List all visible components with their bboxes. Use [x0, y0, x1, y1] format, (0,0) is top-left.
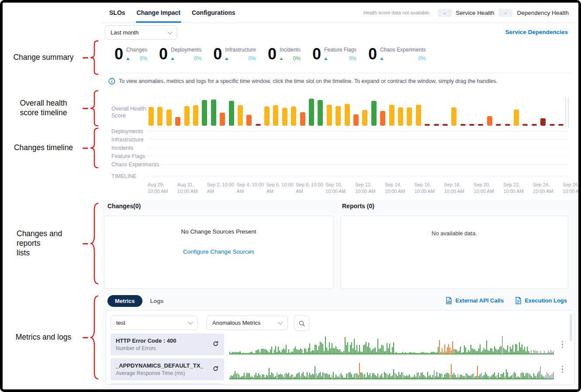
summary-item: 0Changes0% [114, 45, 147, 62]
health-bar[interactable] [540, 118, 546, 126]
health-bar[interactable] [309, 99, 314, 126]
spark-bar [288, 349, 289, 354]
health-bar[interactable] [229, 101, 234, 126]
metric-info-card[interactable]: HTTP Error Code : 400Number of Errors [111, 334, 224, 355]
summary-detail: Incidents0% [280, 45, 301, 62]
metric-info-card[interactable]: _APPDYNAMICS_DEFAULT_TX_Average Response… [111, 358, 224, 380]
metric-row: HTTP Error Code : 400Number of Errors [111, 334, 565, 355]
health-bar[interactable] [451, 107, 456, 126]
spark-bar [294, 348, 294, 354]
health-bar[interactable] [264, 107, 270, 126]
metrics-scrollbar[interactable] [570, 314, 572, 341]
summary-detail: Feature Flags0% [324, 45, 356, 62]
annotation-changes-reports: Changes and reports lists [5, 202, 100, 285]
spark-bar [299, 372, 300, 378]
spark-bar [393, 369, 394, 378]
spark-bar [510, 347, 511, 354]
health-bar[interactable] [487, 116, 492, 126]
search-button[interactable] [294, 316, 309, 331]
spark-bar [328, 351, 329, 354]
service-filter-select[interactable]: test [111, 316, 198, 330]
metric-type-select[interactable]: Anomalous Metrics [207, 316, 288, 330]
tab-logs[interactable]: Logs [150, 298, 164, 304]
health-bar[interactable] [149, 107, 154, 126]
spark-bar [497, 375, 498, 378]
health-bar[interactable] [166, 110, 172, 126]
execution-logs-link[interactable]: Execution Logs [515, 297, 567, 304]
health-bar[interactable] [558, 124, 564, 126]
health-bar[interactable] [300, 112, 305, 126]
kebab-menu-icon[interactable] [560, 364, 565, 375]
spark-bar [469, 351, 470, 354]
tab-change-impact[interactable]: Change Impact [137, 3, 180, 23]
health-bar[interactable] [273, 105, 278, 126]
health-bar[interactable] [460, 124, 466, 126]
health-bar[interactable] [407, 107, 412, 126]
health-bar[interactable] [184, 106, 190, 126]
health-bar[interactable] [443, 124, 448, 126]
health-bar[interactable] [434, 124, 439, 126]
health-bar[interactable] [282, 108, 287, 126]
timeline-drag-handle[interactable] [568, 97, 569, 127]
health-bar[interactable] [345, 104, 350, 126]
spark-bar [545, 353, 546, 354]
metrics-links: API External API Calls Execution Logs [446, 297, 567, 304]
health-score-bars[interactable] [149, 99, 564, 126]
health-bar[interactable] [256, 124, 261, 126]
health-bar[interactable] [522, 124, 528, 126]
health-bar[interactable] [202, 100, 207, 126]
spark-bar [410, 376, 411, 378]
timeline-drag-handle[interactable] [565, 97, 566, 127]
health-bar[interactable] [416, 105, 421, 126]
spark-bar [516, 344, 517, 354]
health-bar[interactable] [550, 124, 555, 126]
metric-card-partial[interactable] [111, 383, 224, 385]
tab-configurations[interactable]: Configurations [192, 3, 235, 23]
refresh-icon[interactable] [212, 340, 219, 349]
spark-bar [444, 375, 445, 378]
health-bar[interactable] [389, 105, 394, 126]
time-range-select[interactable]: Last month [105, 25, 177, 40]
spark-bar [397, 376, 398, 378]
timeline-row-line [147, 176, 569, 176]
change-row-label: Incidents [101, 145, 147, 151]
health-bar[interactable] [246, 115, 252, 126]
metric-sparkline[interactable] [229, 334, 554, 354]
health-bar[interactable] [469, 124, 474, 126]
health-bar[interactable] [505, 124, 510, 126]
health-bar[interactable] [362, 110, 367, 126]
spark-bar [406, 375, 407, 378]
health-bar[interactable] [478, 124, 483, 126]
spark-bar [236, 352, 237, 354]
health-bar[interactable] [193, 105, 198, 126]
refresh-icon[interactable] [212, 365, 219, 374]
external-api-calls-link[interactable]: API External API Calls [446, 297, 504, 304]
metric-sparkline[interactable] [229, 359, 554, 379]
health-bar[interactable] [157, 107, 163, 126]
service-dependencies-link[interactable]: Service Dependencies [505, 29, 568, 35]
health-bar[interactable] [353, 114, 359, 126]
health-bar[interactable] [175, 117, 180, 126]
spark-bar [465, 347, 466, 354]
health-bar[interactable] [532, 124, 537, 126]
spark-bar [278, 347, 279, 354]
health-bar[interactable] [496, 124, 501, 126]
spark-bar [367, 372, 368, 378]
health-bar[interactable] [380, 111, 385, 126]
tab-slos[interactable]: SLOs [109, 3, 125, 23]
health-bar[interactable] [327, 105, 332, 126]
health-bar[interactable] [514, 110, 519, 126]
spark-bar [531, 376, 532, 378]
health-bar[interactable] [220, 113, 225, 126]
health-bar[interactable] [318, 100, 323, 126]
health-bar[interactable] [291, 107, 296, 126]
health-bar[interactable] [371, 101, 377, 126]
health-bar[interactable] [238, 105, 243, 126]
kebab-menu-icon[interactable] [560, 339, 565, 350]
tab-metrics[interactable]: Metrics [107, 295, 142, 307]
health-bar[interactable] [335, 106, 341, 126]
health-bar[interactable] [211, 100, 216, 126]
health-bar[interactable] [425, 124, 430, 126]
configure-change-sources-link[interactable]: Configure Change Sources [104, 248, 333, 255]
health-bar[interactable] [398, 107, 403, 126]
